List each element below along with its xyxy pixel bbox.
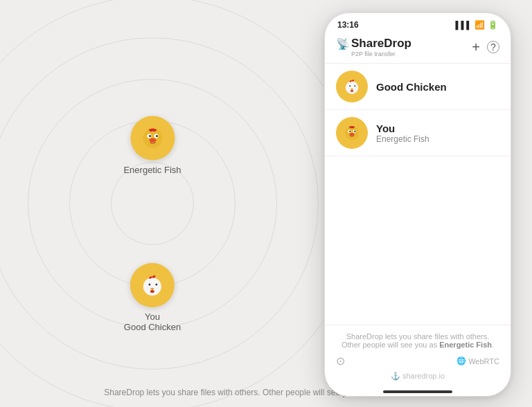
- radar-avatar-fish: [130, 116, 175, 161]
- footer-description: ShareDrop lets you share files with othe…: [336, 332, 499, 349]
- svg-point-27: [349, 133, 354, 136]
- radio-wave-icon: 📡: [336, 37, 350, 51]
- webrtc-globe-icon: 🌐: [456, 356, 466, 365]
- svg-point-8: [143, 278, 161, 296]
- url-icon: ⚓: [391, 372, 400, 380]
- radar-peer-energetic-fish[interactable]: Energetic Fish: [123, 116, 181, 175]
- peer-item-you[interactable]: You Energetic Fish: [325, 110, 511, 156]
- radar-peer-good-chicken[interactable]: You You Good Chicken Good Chicken: [124, 263, 181, 332]
- svg-point-4: [149, 135, 151, 137]
- svg-point-25: [349, 131, 351, 132]
- home-indicator: [383, 390, 452, 393]
- svg-point-19: [354, 85, 355, 87]
- help-button[interactable]: ?: [487, 41, 499, 53]
- you-label: You: [145, 311, 160, 322]
- github-icon[interactable]: ⊙: [336, 354, 345, 368]
- signal-icon: ▌▌▌: [456, 21, 472, 29]
- phone-footer: ShareDrop lets you share files with othe…: [325, 325, 511, 386]
- add-button[interactable]: +: [472, 40, 480, 54]
- peer-item-subtitle-you: Energetic Fish: [376, 134, 429, 144]
- svg-point-15: [346, 81, 358, 93]
- app-logo-title: 📡 ShareDrop: [336, 37, 411, 51]
- status-time: 13:16: [337, 20, 359, 30]
- header-actions: + ?: [472, 40, 499, 54]
- peer-item-info-chicken: Good Chicken: [376, 81, 447, 93]
- radar-avatar-chicken: [130, 263, 175, 307]
- svg-point-12: [155, 284, 157, 286]
- peer-item-good-chicken[interactable]: Good Chicken: [325, 64, 511, 110]
- peer-list: Good Chicken You Energe: [325, 64, 511, 325]
- svg-point-11: [148, 284, 150, 286]
- svg-point-26: [354, 131, 355, 132]
- app-logo-subtitle: P2P file transfer: [351, 51, 411, 57]
- peer-item-info-you: You Energetic Fish: [376, 123, 429, 144]
- peer-avatar-fish: [336, 117, 368, 149]
- webrtc-badge: 🌐 WebRTC: [456, 356, 499, 365]
- status-icons: ▌▌▌ 📶 🔋: [456, 20, 498, 30]
- app-header: 📡 ShareDrop P2P file transfer + ?: [325, 33, 511, 64]
- peer-item-name-chicken: Good Chicken: [376, 81, 447, 93]
- peer-item-name-you: You: [376, 123, 429, 134]
- svg-point-6: [149, 138, 156, 143]
- wifi-icon: 📶: [475, 20, 485, 30]
- svg-point-18: [349, 85, 351, 87]
- app-logo: 📡 ShareDrop P2P file transfer: [336, 37, 411, 57]
- radar-peer-label-fish: Energetic Fish: [123, 165, 181, 175]
- battery-icon: 🔋: [488, 20, 498, 30]
- phone-mockup: 13:16 ▌▌▌ 📶 🔋 📡 ShareDrop P2P file trans…: [324, 12, 511, 397]
- svg-point-5: [156, 135, 158, 137]
- svg-point-20: [351, 90, 353, 92]
- radar-peer-label-chicken: You You Good Chicken Good Chicken: [124, 311, 181, 332]
- peer-avatar-chicken: [336, 71, 368, 102]
- footer-url: ⚓ sharedrop.io: [336, 372, 499, 381]
- svg-point-13: [150, 290, 154, 293]
- radar-ring-5: [0, 0, 360, 407]
- status-bar: 13:16 ▌▌▌ 📶 🔋: [325, 13, 511, 33]
- footer-icons: ⊙ 🌐 WebRTC: [336, 354, 499, 368]
